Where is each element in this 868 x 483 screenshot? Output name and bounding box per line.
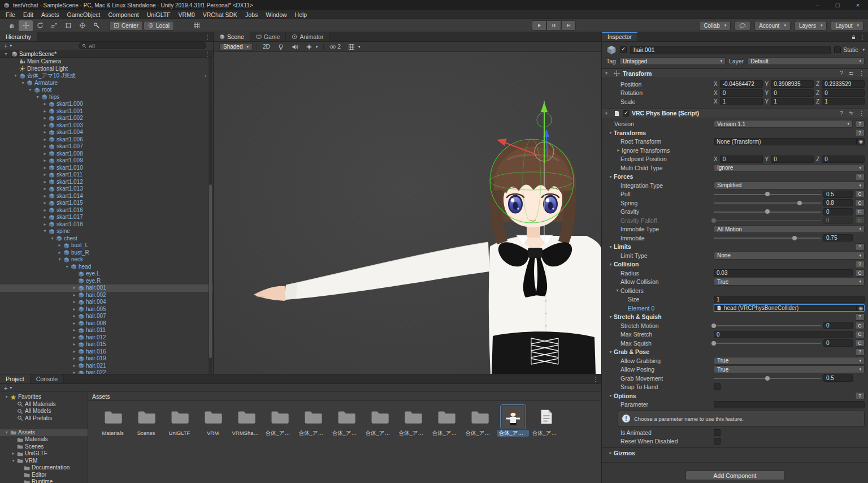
slider-value-field[interactable]: 0 <box>823 339 853 347</box>
hierarchy-item[interactable]: ▸hair.021 <box>0 363 213 370</box>
slider-value-field[interactable]: 0.75 <box>823 234 853 241</box>
vector-field-x[interactable]: 0 <box>720 156 763 163</box>
expand-arrow-icon[interactable]: ▸ <box>71 363 78 369</box>
slider-value-field[interactable]: 0.5 <box>823 374 853 382</box>
expand-arrow-icon[interactable]: ▾ <box>3 429 10 436</box>
allow-posing-dropdown[interactable]: True▾ <box>714 365 865 373</box>
foldout-arrow-icon[interactable]: ▾ <box>607 314 614 320</box>
pull-slider[interactable] <box>714 191 821 198</box>
preset-icon[interactable] <box>848 110 854 116</box>
hierarchy-item[interactable]: ▸skart1.014 <box>0 193 213 200</box>
vector-field-z[interactable]: 1 <box>822 98 865 105</box>
expand-arrow-icon[interactable]: ▸ <box>41 193 49 200</box>
step-button[interactable] <box>561 20 576 31</box>
expand-arrow-icon[interactable]: ▾ <box>63 264 71 270</box>
expand-arrow-icon[interactable]: ▾ <box>49 235 56 242</box>
project-tree-item[interactable]: ▾Assets <box>0 429 88 437</box>
menu-assets[interactable]: Assets <box>37 11 63 18</box>
asset-item[interactable]: VRMShade... <box>229 405 263 437</box>
hierarchy-item[interactable]: ▸hair.008 <box>0 320 213 327</box>
hierarchy-item[interactable]: ▸hair.004 <box>0 299 213 306</box>
allow-grabbing-dropdown[interactable]: True▾ <box>714 357 865 365</box>
scene-visibility-button[interactable]: 2 <box>328 43 342 51</box>
section-help-button[interactable]: ? <box>855 392 865 399</box>
curve-button[interactable]: C <box>855 217 865 224</box>
scene-audio-button[interactable] <box>290 43 300 51</box>
curve-button[interactable]: C <box>855 322 865 329</box>
asset-item[interactable]: 合体_アマ10... <box>429 405 463 437</box>
stretch-motion-slider[interactable] <box>714 322 821 329</box>
spring-slider[interactable] <box>714 199 821 206</box>
cloud-button[interactable] <box>735 21 750 31</box>
scene-menu-icon[interactable]: ⋮ <box>205 51 210 57</box>
hierarchy-item[interactable]: ▸hair.022 <box>0 369 213 374</box>
menu-component[interactable]: Component <box>104 11 142 18</box>
slider-value-field[interactable]: 0 <box>823 322 853 329</box>
project-tree-item[interactable]: All Models <box>0 408 88 415</box>
foldout-arrow-icon[interactable]: ▾ <box>614 288 620 293</box>
hierarchy-item[interactable]: ▸hair.005 <box>0 306 213 313</box>
menu-gameobject[interactable]: GameObject <box>63 11 105 18</box>
expand-arrow-icon[interactable]: ▸ <box>41 143 49 150</box>
vector-field-x[interactable]: 1 <box>720 98 763 105</box>
section-help-button[interactable]: ? <box>855 129 865 136</box>
hierarchy-item[interactable]: ▸hair.019 <box>0 355 213 363</box>
hierarchy-item[interactable]: ▸skart1.001 <box>0 108 213 115</box>
hierarchy-item[interactable]: ▸hair.001 <box>0 284 213 292</box>
expand-arrow-icon[interactable]: ▾ <box>12 72 19 79</box>
hierarchy-item[interactable]: ▸bust_R <box>0 249 213 257</box>
section-help-button[interactable]: ? <box>855 261 865 268</box>
expand-arrow-icon[interactable]: ▾ <box>10 458 17 464</box>
inspector-menu-icon[interactable]: ⋮ <box>860 33 866 40</box>
menu-vrchat-sdk[interactable]: VRChat SDK <box>199 11 241 18</box>
hierarchy-item[interactable]: Main Camera <box>0 58 213 66</box>
tag-dropdown[interactable]: Untagged▾ <box>619 57 726 65</box>
tab-hierarchy[interactable]: Hierarchy <box>0 32 37 41</box>
hierarchy-item[interactable]: ▾head <box>0 264 213 271</box>
expand-arrow-icon[interactable]: ▸ <box>71 341 78 348</box>
expand-arrow-icon[interactable]: ▸ <box>71 348 78 355</box>
expand-arrow-icon[interactable]: ▾ <box>3 394 10 400</box>
expand-arrow-icon[interactable]: ▸ <box>41 171 49 178</box>
hierarchy-menu-icon[interactable]: ⋮ <box>205 33 211 40</box>
curve-button[interactable]: C <box>855 269 865 277</box>
hierarchy-item[interactable]: ▾spine <box>0 228 213 235</box>
hierarchy-item[interactable]: ▸skart1.018 <box>0 221 213 228</box>
tab-console[interactable]: Console <box>31 374 64 383</box>
project-tree-item[interactable]: Editor <box>0 472 88 479</box>
object-field[interactable]: None (Transform)◉ <box>714 138 865 145</box>
gravity-falloff-slider[interactable] <box>714 217 821 224</box>
2d-toggle-button[interactable]: 2D <box>261 43 272 51</box>
foldout-arrow-icon[interactable]: ▸ <box>607 450 614 455</box>
layout-dropdown[interactable]: Layout▾ <box>831 21 863 31</box>
project-tree-item[interactable]: All Materials <box>0 401 88 408</box>
menu-window[interactable]: Window <box>262 11 290 18</box>
foldout-arrow-icon[interactable]: ▾ <box>607 244 614 249</box>
vector-field-y[interactable]: 1 <box>771 98 814 105</box>
expand-arrow-icon[interactable]: ▸ <box>41 108 49 115</box>
expand-arrow-icon[interactable]: ▸ <box>71 334 78 341</box>
expand-arrow-icon[interactable]: ▸ <box>41 165 49 171</box>
lock-icon[interactable] <box>851 34 856 40</box>
expand-arrow-icon[interactable]: ▸ <box>41 221 49 228</box>
expand-arrow-icon[interactable]: ▸ <box>71 306 78 313</box>
expand-arrow-icon[interactable]: ▸ <box>41 101 49 107</box>
project-tree-item[interactable]: Scenes <box>0 443 88 451</box>
hierarchy-item[interactable]: ▸skart1.004 <box>0 129 213 136</box>
project-tree-item[interactable]: ▾Favorites <box>0 394 88 401</box>
project-create-button[interactable]: +▾ <box>2 385 14 391</box>
snap-to-hand-checkbox[interactable] <box>714 383 721 390</box>
hierarchy-item[interactable]: ▸skart1.010 <box>0 165 213 172</box>
section-help-button[interactable]: ? <box>855 348 865 356</box>
hierarchy-item[interactable]: ▸skart1.013 <box>0 186 213 193</box>
limit-type-dropdown[interactable]: None▾ <box>714 252 865 260</box>
rect-tool-button[interactable] <box>61 20 75 31</box>
hierarchy-item[interactable]: ▸hair.011 <box>0 327 213 334</box>
expand-arrow-icon[interactable]: ▾ <box>34 94 41 101</box>
immobile-type-dropdown[interactable]: All Motion▾ <box>714 225 865 233</box>
scale-tool-button[interactable] <box>47 20 61 31</box>
project-menu-icon[interactable]: ⋮ <box>593 376 599 382</box>
asset-item[interactable]: 合体_アマ10... <box>296 405 329 437</box>
physbone-foldout-icon[interactable]: ▾ <box>605 111 611 116</box>
asset-item[interactable]: VRM <box>196 405 229 437</box>
